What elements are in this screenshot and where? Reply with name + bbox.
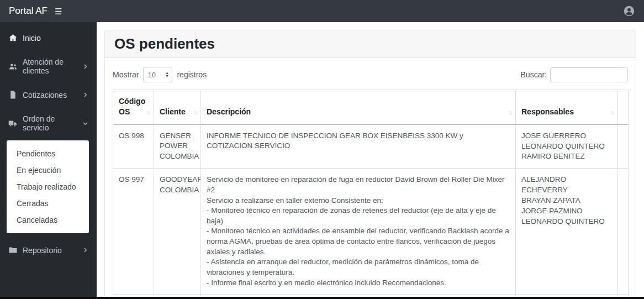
responsable: RAMIRO BENITEZ [521,151,612,162]
sidebar-item-atencion-de-clientes[interactable]: Atención de clientes [0,51,97,82]
column-header-extra [618,90,629,124]
window-bottom-edge [0,297,644,299]
submenu-item-en-ejecucion[interactable]: En ejecución [7,162,89,179]
page-title: OS pendientes [114,35,626,53]
main-content: OS pendientes Mostrar 10 ▴▾ registros Bu… [97,22,644,299]
responsable: JOSE GUERRERO [521,131,612,141]
length-label-prefix: Mostrar [113,70,139,79]
topbar: Portal AF ☰ [0,0,644,22]
column-header-descripcion[interactable]: Descripción ↑↓ [201,90,516,124]
cell-cliente: GOODYEAR COLOMBIA [154,169,201,295]
folder-icon [8,245,18,255]
os-table: Código OS ↑↓ Cliente ↑↓ Descripción ↑↓ [113,90,629,299]
column-header-codigo-os[interactable]: Código OS ↑↓ [113,90,154,124]
person-circle-icon [623,5,635,17]
submenu-item-canceladas[interactable]: Canceladas [7,212,89,228]
cell-responsables: ALEJANDRO ECHEVERRY BRAYAN ZAPATA JORGE … [516,169,618,295]
chevron-down-icon [82,120,88,127]
sidebar-item-label: Orden de servicio [23,114,77,132]
search-label: Buscar: [521,70,547,79]
responsable: LEONARDO QUINTERO [521,141,612,152]
length-label-suffix: registros [177,70,207,79]
brand-link[interactable]: Portal AF [9,6,47,17]
truck-icon [8,119,18,128]
sidebar-item-label: Atención de clientes [23,57,77,75]
table-row: OS 997 GOODYEAR COLOMBIA Servicio de mon… [113,169,629,295]
cell-codigo: OS 998 [113,124,154,169]
cell-extra [618,124,629,169]
os-pendientes-card: OS pendientes Mostrar 10 ▴▾ registros Bu… [104,30,636,299]
sidebar-item-label: Inicio [23,34,41,43]
submenu-item-trabajo-realizado[interactable]: Trabajo realizado [7,179,89,195]
user-menu-button[interactable] [623,5,635,17]
chevron-right-icon [82,64,88,70]
cell-descripcion: Servicio de monitoreo en reparación de f… [201,169,516,295]
cell-descripcion: INFORME TECNICO DE INSPECCION GEAR BOX E… [201,124,516,169]
sidebar-item-label: Cotizaciones [23,91,67,99]
file-icon [8,90,18,99]
cell-responsables: JOSE GUERRERO LEONARDO QUINTERO RAMIRO B… [516,124,618,169]
card-header: OS pendientes [105,30,636,58]
sidebar: Inicio Atención de clientes Cotizaciones [0,22,97,299]
select-updown-icon: ▴▾ [166,71,168,78]
card-body: Mostrar 10 ▴▾ registros Buscar: [105,58,636,299]
submenu-item-pendientes[interactable]: Pendientes [7,145,89,162]
hamburger-menu-icon[interactable]: ☰ [55,7,62,15]
chevron-right-icon [82,247,88,253]
column-header-cliente[interactable]: Cliente ↑↓ [154,90,201,124]
responsable: JORGE PAZMINO [521,206,612,217]
table-row: OS 998 GENSER POWER COLOMBIA INFORME TEC… [113,124,629,169]
submenu-item-cerradas[interactable]: Cerradas [7,195,89,212]
home-icon [8,33,18,43]
page-length-select[interactable]: 10 ▴▾ [143,67,172,82]
search-control: Buscar: [521,67,628,82]
table-header-row: Código OS ↑↓ Cliente ↑↓ Descripción ↑↓ [113,90,629,124]
sidebar-item-cotizaciones[interactable]: Cotizaciones [0,83,97,106]
search-input[interactable] [550,67,628,82]
sidebar-item-orden-de-servicio[interactable]: Orden de servicio [0,108,97,139]
cell-codigo: OS 997 [113,169,154,295]
sort-icon: ↑↓ [610,108,614,117]
responsable: BRAYAN ZAPATA [521,196,612,206]
sidebar-item-label: Repositorio [23,246,62,255]
responsable: ALEJANDRO ECHEVERRY [521,175,612,196]
page-length-control: Mostrar 10 ▴▾ registros [113,67,207,82]
cell-cliente: GENSER POWER COLOMBIA [154,124,201,169]
responsable: LEONARDO QUINTERO [521,217,612,227]
sort-icon: ↑↓ [193,108,197,117]
sort-icon: ↑↓ [508,108,512,117]
sidebar-item-inicio[interactable]: Inicio [0,27,97,49]
table-controls: Mostrar 10 ▴▾ registros Buscar: [113,67,628,82]
column-header-responsables[interactable]: Responsables ↑↓ [516,90,618,124]
chevron-right-icon [82,92,88,98]
sort-icon: ↑↓ [146,108,150,117]
page-length-value: 10 [147,71,155,79]
cell-extra [618,169,629,295]
sidebar-item-repositorio[interactable]: Repositorio [0,239,97,261]
users-icon [8,62,18,71]
orden-de-servicio-submenu: Pendientes En ejecución Trabajo realizad… [7,140,89,233]
